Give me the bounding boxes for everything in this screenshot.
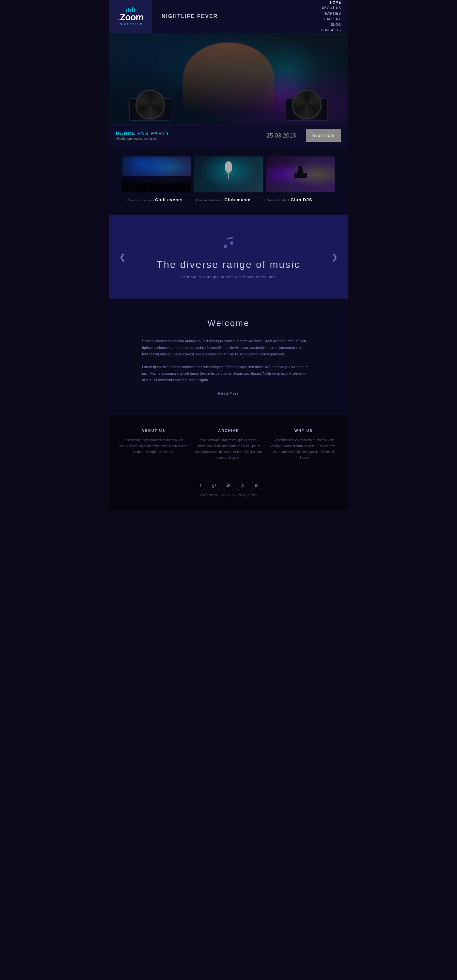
footer-whyus-text: Sollicitudineid leo pharetra aunnec in v… xyxy=(269,438,338,461)
footer-social: f g+ p in Zoom nightclub © 2013 • Privac… xyxy=(119,474,338,503)
event-subtitle: Vestibulum iaculis lacinia est xyxy=(116,137,257,140)
slider-next-button[interactable]: ❯ xyxy=(328,249,341,265)
gallery-label-music: Praesent vestibulum Club music xyxy=(194,197,263,202)
gallery-item-events[interactable] xyxy=(122,156,191,192)
slider-title: The diverse range of music xyxy=(157,259,300,270)
gallery-big-events: Club events xyxy=(155,197,183,202)
gallery-small-music: Praesent vestibulum xyxy=(196,199,223,202)
event-date: 25.03.2013 xyxy=(257,132,306,139)
social-pinterest[interactable]: p xyxy=(238,481,247,490)
footer-columns: ABOUT US Sollicitudineid leo pharetra au… xyxy=(119,429,338,461)
gallery-small-djs: Ut tellus dolor dapl xyxy=(264,199,289,202)
gallery-grid xyxy=(116,156,341,192)
slider-prev-button[interactable]: ❮ xyxy=(116,249,129,265)
gallery-big-music: Club music xyxy=(225,197,251,202)
social-facebook[interactable]: f xyxy=(196,481,205,490)
gallery-label-events: Cum sociis natoque Club events xyxy=(126,197,194,202)
gallery-small-events: Cum sociis natoque xyxy=(127,199,153,202)
logo-subtitle: .NIGHTCLUB xyxy=(119,22,143,26)
social-google-plus[interactable]: g+ xyxy=(210,481,219,490)
gallery-item-djs[interactable] xyxy=(266,156,335,192)
footer-whyus: WHY US Sollicitudineid leo pharetra aunn… xyxy=(269,429,338,461)
event-title: DANCE RNB PARTY xyxy=(116,130,257,136)
footer-about-text: Sollicitudineid leo pharetra aunnec in v… xyxy=(119,438,188,455)
event-banner: DANCE RNB PARTY Vestibulum iaculis lacin… xyxy=(109,124,348,147)
header: .Zoom .NIGHTCLUB NIGHTLIFE FEVER HOME AB… xyxy=(109,0,348,33)
footer: ABOUT US Sollicitudineid leo pharetra au… xyxy=(109,415,348,510)
nav-home[interactable]: HOME xyxy=(321,0,341,5)
social-linkedin[interactable]: in xyxy=(252,481,261,490)
footer-archive-text: Proin dictum elemtum veitdpibus sceleu v… xyxy=(194,438,263,461)
hero-section xyxy=(109,33,348,124)
page-title: NIGHTLIFE FEVER xyxy=(152,13,321,19)
slider-subtitle: Vestibulum ante ipsum primis in faucibus… xyxy=(181,275,276,279)
logo-bars-icon xyxy=(126,7,135,12)
nav-about[interactable]: ABOUT US xyxy=(321,5,341,11)
welcome-section: Welcome Sollicitudineid leo pharetra aun… xyxy=(109,299,348,415)
welcome-read-more[interactable]: - Read More - xyxy=(216,391,242,395)
svg-point-0 xyxy=(227,486,228,487)
logo[interactable]: .Zoom .NIGHTCLUB xyxy=(109,0,152,33)
footer-copyright: Zoom nightclub © 2013 • Privacy Policy xyxy=(119,493,338,497)
footer-about: ABOUT US Sollicitudineid leo pharetra au… xyxy=(119,429,188,461)
music-slider: ❮ The diverse range of music Vestibulum … xyxy=(109,215,348,299)
welcome-title: Welcome xyxy=(142,318,315,328)
footer-about-title: ABOUT US xyxy=(119,429,188,433)
social-icons-row: f g+ p in xyxy=(119,481,338,490)
logo-text: .Zoom xyxy=(118,13,144,22)
nav-gallery[interactable]: GALLERY xyxy=(321,16,341,22)
welcome-para2: Lorem ipsm dolor sitmet consectetuer adi… xyxy=(142,364,315,383)
nav-blog[interactable]: BLOG xyxy=(321,22,341,27)
main-nav: HOME ABOUT US PARTIES GALLERY BLOG CONTA… xyxy=(321,0,348,33)
nav-parties[interactable]: PARTIES xyxy=(321,11,341,16)
social-rss[interactable] xyxy=(224,481,233,490)
nav-contacts[interactable]: CONTACTS xyxy=(321,27,341,33)
read-more-button[interactable]: Read more xyxy=(306,129,341,142)
hero-image xyxy=(109,33,348,124)
gallery-big-djs: Club DJS xyxy=(291,197,313,202)
music-note-icon xyxy=(222,235,235,253)
welcome-para1: Sollicitudineid leo pharetra aunnec in v… xyxy=(142,338,315,357)
gallery-item-music[interactable] xyxy=(194,156,263,192)
gallery-section: Cum sociis natoque Club events Praesent … xyxy=(109,147,348,215)
footer-whyus-title: WHY US xyxy=(269,429,338,433)
gallery-label-djs: Ut tellus dolor dapl Club DJS xyxy=(263,197,331,202)
footer-archive-title: ARCHIVE xyxy=(194,429,263,433)
event-info: DANCE RNB PARTY Vestibulum iaculis lacin… xyxy=(116,130,257,140)
footer-archive: ARCHIVE Proin dictum elemtum veitdpibus … xyxy=(194,429,263,461)
gallery-labels: Cum sociis natoque Club events Praesent … xyxy=(116,197,341,202)
